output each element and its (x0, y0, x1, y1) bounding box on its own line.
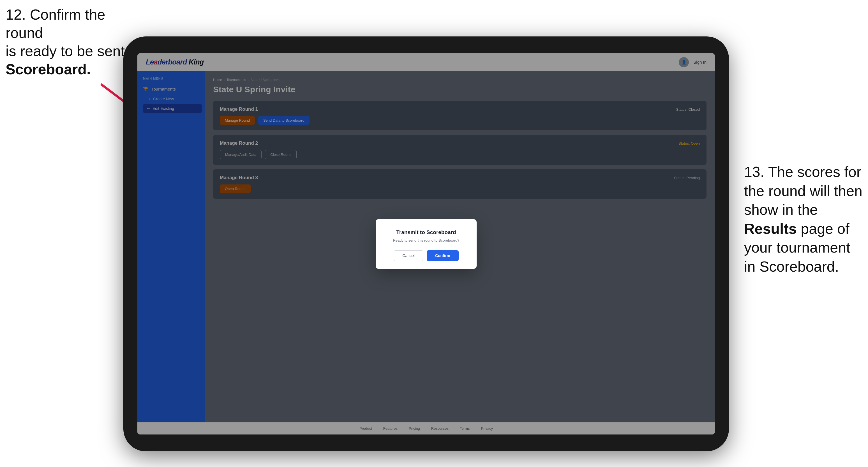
page-content: Home › Tournaments › State U Spring Invi… (205, 71, 715, 422)
tablet-frame: Leaderboard King 👤 Sign In MAIN MENU 🏆 T… (123, 36, 729, 451)
annotation-line3: Scoreboard. (6, 61, 91, 77)
annotation-right: 13. The scores for the round will then s… (744, 163, 862, 276)
main-content: MAIN MENU 🏆 Tournaments + Create New ✏ E… (137, 71, 715, 422)
tablet-screen: Leaderboard King 👤 Sign In MAIN MENU 🏆 T… (137, 53, 715, 434)
modal-confirm-button[interactable]: Confirm (427, 250, 459, 261)
modal-title: Transmit to Scoreboard (387, 229, 465, 236)
modal-cancel-button[interactable]: Cancel (394, 250, 423, 261)
annotation-right-text: 13. The scores for the round will then s… (744, 164, 862, 275)
modal-subtitle: Ready to send this round to Scoreboard? (387, 238, 465, 243)
modal-box: Transmit to Scoreboard Ready to send thi… (376, 219, 476, 269)
annotation-line2: is ready to be sent to (6, 43, 141, 59)
modal-buttons: Cancel Confirm (387, 250, 465, 261)
modal-overlay: Transmit to Scoreboard Ready to send thi… (205, 71, 715, 422)
annotation-line1: 12. Confirm the round (6, 6, 105, 41)
